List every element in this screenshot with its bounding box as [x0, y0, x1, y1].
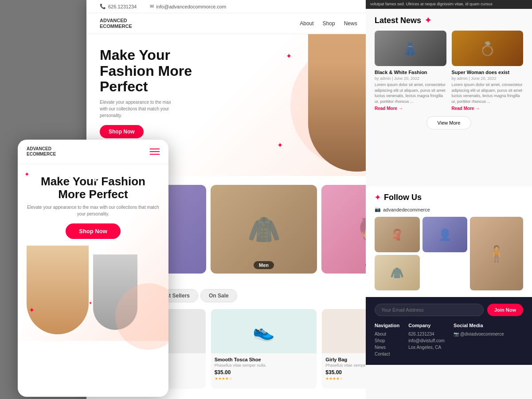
phone-number: 626.1231234 [108, 4, 137, 9]
insta-name: advandedecommerce [383, 207, 430, 212]
nav-news[interactable]: News [344, 20, 357, 27]
news-text-1: Lorem ipsum dolor sit amet, consectetur … [375, 82, 446, 104]
footer-nav-news[interactable]: News [375, 345, 399, 350]
follow-img-icon-3: 🧥 [375, 255, 420, 290]
news-img-2: 💍 [452, 31, 524, 66]
follow-img-4[interactable]: 🧍 [470, 217, 523, 290]
tab-on-sale[interactable]: On Sale [200, 289, 237, 302]
mobile-hero-section: ✦ ✦ ✦ ✦ Make Your Fashion More Perfect E… [18, 164, 168, 341]
men-label: Men [254, 261, 274, 269]
follow-img-icon-1: 🧣 [375, 217, 420, 252]
product-card-shoe[interactable]: 👟 Smooth Tosca Shoe Phasellus vitae semp… [211, 309, 317, 389]
insta-handle[interactable]: 📷 advandedecommerce [375, 207, 523, 212]
news-meta-1: by admin | June 20, 2022 [375, 76, 446, 81]
mobile-shop-now-button[interactable]: Shop Now [66, 223, 121, 239]
news-meta-2: by admin | June 20, 2022 [452, 76, 524, 81]
footer-col-company: Company 626.1231234 info@divistuff.com L… [408, 323, 445, 358]
follow-img-icon-2: 👤 [422, 217, 468, 252]
mobile-star-3: ✦ [29, 306, 35, 314]
footer-company-email: info@divistuff.com [408, 338, 445, 343]
mobile-star-2: ✦ [93, 177, 98, 184]
news-text-2: Lorem ipsum dolor sit amet, consectetur … [452, 82, 524, 104]
footer-nav-about[interactable]: About [375, 332, 399, 336]
footer-nav-contact[interactable]: Contact [375, 352, 399, 356]
join-now-button[interactable]: Join Now [487, 304, 523, 316]
product-desc-2: Phasellus vitae semper nulla. [215, 363, 313, 368]
product-price-2: $35.00 [215, 369, 313, 376]
hamburger-line-1 [150, 149, 160, 149]
footer-nav-title: Navigation [375, 323, 399, 328]
logo-line2: ECOMMERCE [100, 23, 132, 29]
phone-icon: 📞 [100, 4, 106, 9]
email-icon: ✉ [150, 4, 154, 9]
news-star-icon: ✦ [425, 16, 431, 25]
footer-social-title: Social Media [454, 323, 504, 328]
hamburger-menu[interactable] [150, 149, 160, 155]
footer-columns: Navigation About Shop News Contact Compa… [375, 323, 523, 358]
product-stars-2: ★★★★☆ [215, 376, 313, 381]
footer-col-social: Social Media 📷 @diviadvoecommerce [454, 323, 504, 358]
hero-subtitle: Elevate your appearance to the max with … [100, 99, 180, 119]
product-info-2: Smooth Tosca Shoe Phasellus vitae semper… [211, 353, 317, 384]
shop-now-button[interactable]: Shop Now [100, 125, 144, 138]
mobile-logo-line1: ADVANCED [27, 146, 56, 152]
logo[interactable]: ADVANCED ECOMMERCE [100, 18, 132, 29]
mobile-mockup: ADVANCED ECOMMERCE ✦ ✦ ✦ ✦ Make Your Fas… [18, 140, 168, 397]
footer-section: Join Now Navigation About Shop News Cont… [366, 297, 532, 365]
right-panel: volutpat fames sed. Ultrices at neque di… [366, 0, 532, 399]
latest-news-title: Latest News ✦ [375, 16, 523, 25]
follow-title: ✦ Follow Us [375, 193, 523, 202]
hero-title: Make Your Fashion More Perfect [100, 47, 197, 94]
read-more-1[interactable]: Read More → [375, 106, 446, 111]
news-grid: 👗 Black & White Fashion by admin | June … [375, 31, 523, 111]
follow-section: ✦ Follow Us 📷 advandedecommerce 🧣 👤 🧥 [366, 186, 532, 297]
latest-news-section: Latest News ✦ 👗 Black & White Fashion by… [366, 9, 532, 186]
footer-nav-shop[interactable]: Shop [375, 338, 399, 343]
follow-star-icon: ✦ [375, 193, 380, 202]
hamburger-line-2 [150, 151, 160, 152]
news-title-1: Black & White Fashion [375, 70, 446, 75]
mobile-logo[interactable]: ADVANCED ECOMMERCE [27, 146, 56, 157]
news-img-icon-2: 💍 [452, 31, 524, 66]
follow-img-2[interactable]: 👤 [422, 217, 468, 252]
scroll-text: volutpat fames sed. Ultrices at neque di… [366, 0, 532, 8]
mobile-star-1: ✦ [24, 171, 30, 178]
collection-men[interactable]: 🧥 Men [211, 185, 317, 274]
footer-social-name: @diviadvoecommerce [460, 332, 504, 336]
nav-about[interactable]: About [300, 20, 313, 27]
view-more-button[interactable]: View More [426, 116, 472, 129]
hamburger-line-3 [150, 154, 160, 155]
insta-footer-icon: 📷 [454, 332, 459, 336]
product-img-shoe: 👟 [211, 309, 317, 353]
footer-col-nav: Navigation About Shop News Contact [375, 323, 399, 358]
email-item: ✉ info@advancedocommorce.com [150, 4, 226, 9]
insta-icon: 📷 [375, 207, 381, 212]
follow-label: Follow Us [384, 193, 422, 202]
footer-social-handle[interactable]: 📷 @diviadvoecommerce [454, 332, 504, 336]
email-address: info@advancedocommorce.com [156, 4, 226, 9]
mobile-model-1 [27, 246, 89, 334]
follow-img-1[interactable]: 🧣 [375, 217, 420, 252]
product-name-2: Smooth Tosca Shoe [215, 357, 313, 362]
news-img-1: 👗 [375, 31, 446, 66]
nav-shop[interactable]: Shop [323, 20, 335, 27]
footer-company-title: Company [408, 323, 445, 328]
follow-grid-left: 🧣 👤 🧥 [375, 217, 467, 290]
latest-news-label: Latest News [375, 16, 421, 25]
read-more-2[interactable]: Read More → [452, 106, 524, 111]
news-img-icon-1: 👗 [375, 31, 446, 66]
mobile-star-4: ✦ [89, 301, 92, 305]
footer-company-location: Los Angeles, CA [408, 345, 445, 350]
email-input[interactable] [375, 304, 484, 316]
news-card-2: 💍 Super Woman does exist by admin | June… [452, 31, 524, 111]
mobile-logo-line2: ECOMMERCE [27, 152, 56, 157]
follow-img-icon-4: 🧍 [470, 217, 523, 290]
scroll-strip: volutpat fames sed. Ultrices at neque di… [366, 0, 532, 9]
follow-grid-right: 🧍 [470, 217, 523, 290]
follow-images-row: 🧣 👤 🧥 🧍 [375, 217, 523, 290]
mobile-hero-subtitle: Elevate your appearance to the max with … [27, 204, 160, 217]
footer-company-phone: 626.1231234 [408, 332, 445, 336]
mobile-navbar: ADVANCED ECOMMERCE [18, 140, 168, 164]
men-silhouette: 🧥 [211, 185, 317, 274]
follow-img-3[interactable]: 🧥 [375, 255, 420, 290]
